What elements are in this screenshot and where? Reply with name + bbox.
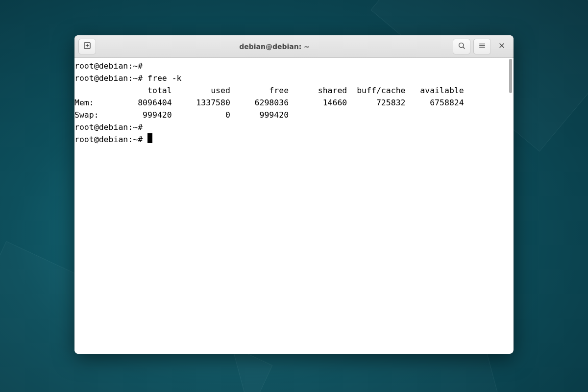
cursor [147, 133, 152, 143]
terminal-line: root@debian:~# [74, 61, 143, 71]
terminal-prompt: root@debian:~# [74, 135, 147, 144]
scrollbar[interactable] [508, 58, 514, 354]
close-icon [498, 42, 506, 51]
titlebar[interactable]: debian@debian: ~ [74, 35, 514, 58]
terminal-window: debian@debian: ~ root@debian:~# root@deb… [74, 35, 514, 354]
new-tab-button[interactable] [78, 39, 96, 54]
terminal-command: free -k [147, 74, 182, 83]
free-mem-row: Mem: 8096404 1337580 6298036 14660 72583… [74, 98, 464, 107]
free-header: total used free shared buff/cache availa… [74, 86, 464, 95]
free-swap-row: Swap: 999420 0 999420 [74, 110, 289, 120]
svg-line-4 [463, 47, 465, 49]
search-icon [458, 42, 466, 51]
terminal-prompt: root@debian:~# [74, 74, 147, 83]
close-button[interactable] [494, 39, 510, 54]
search-button[interactable] [453, 39, 470, 54]
terminal-line: root@debian:~# [74, 122, 143, 132]
hamburger-icon [478, 42, 486, 51]
scrollbar-thumb[interactable] [509, 59, 512, 93]
terminal-viewport[interactable]: root@debian:~# root@debian:~# free -k to… [74, 58, 508, 354]
window-title: debian@debian: ~ [99, 43, 450, 50]
menu-button[interactable] [473, 39, 491, 54]
plus-tab-icon [83, 42, 91, 51]
